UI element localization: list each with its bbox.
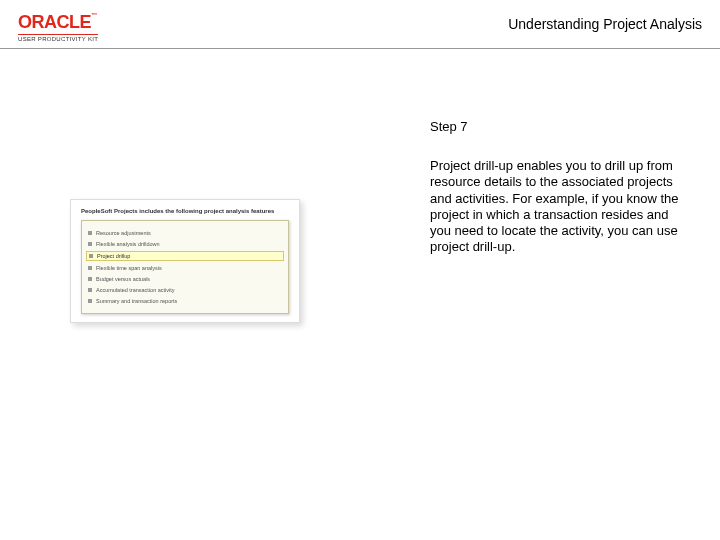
step-column: Step 7 Project drill-up enables you to d… <box>420 119 680 323</box>
list-item-label: Flexible analysis drilldown <box>96 241 160 247</box>
list-item-label: Project drillup <box>97 253 130 259</box>
list-item: Accumulated transaction activity <box>86 286 284 294</box>
slide-thumbnail: PeopleSoft Projects includes the followi… <box>70 199 300 323</box>
list-item-label: Budget versus actuals <box>96 276 150 282</box>
list-item-label: Resource adjustments <box>96 230 151 236</box>
list-item: Flexible analysis drilldown <box>86 240 284 248</box>
oracle-logo: ORACLE™ <box>18 12 97 33</box>
bullet-icon <box>88 242 92 246</box>
bullet-icon <box>89 254 93 258</box>
list-item-highlighted: Project drillup <box>86 251 284 261</box>
step-body: Project drill-up enables you to drill up… <box>430 158 680 256</box>
list-item-label: Accumulated transaction activity <box>96 287 175 293</box>
list-item-label: Flexible time span analysis <box>96 265 162 271</box>
bullet-icon <box>88 288 92 292</box>
header: ORACLE™ USER PRODUCTIVITY KIT Understand… <box>0 0 720 49</box>
page-title: Understanding Project Analysis <box>508 12 702 32</box>
list-item: Resource adjustments <box>86 229 284 237</box>
slide-heading: PeopleSoft Projects includes the followi… <box>81 208 289 214</box>
bullet-icon <box>88 231 92 235</box>
oracle-logo-text: ORACLE <box>18 12 91 32</box>
content-area: PeopleSoft Projects includes the followi… <box>0 49 720 323</box>
step-label: Step 7 <box>430 119 680 134</box>
oracle-logo-block: ORACLE™ USER PRODUCTIVITY KIT <box>18 12 98 42</box>
bullet-icon <box>88 266 92 270</box>
bullet-icon <box>88 299 92 303</box>
list-item: Summary and transaction reports <box>86 297 284 305</box>
slide-feature-box: Resource adjustments Flexible analysis d… <box>81 220 289 314</box>
list-item: Budget versus actuals <box>86 275 284 283</box>
oracle-subtitle: USER PRODUCTIVITY KIT <box>18 34 98 42</box>
list-item: Flexible time span analysis <box>86 264 284 272</box>
trademark-icon: ™ <box>91 12 97 18</box>
list-item-label: Summary and transaction reports <box>96 298 177 304</box>
bullet-icon <box>88 277 92 281</box>
slide-column: PeopleSoft Projects includes the followi… <box>20 119 420 323</box>
